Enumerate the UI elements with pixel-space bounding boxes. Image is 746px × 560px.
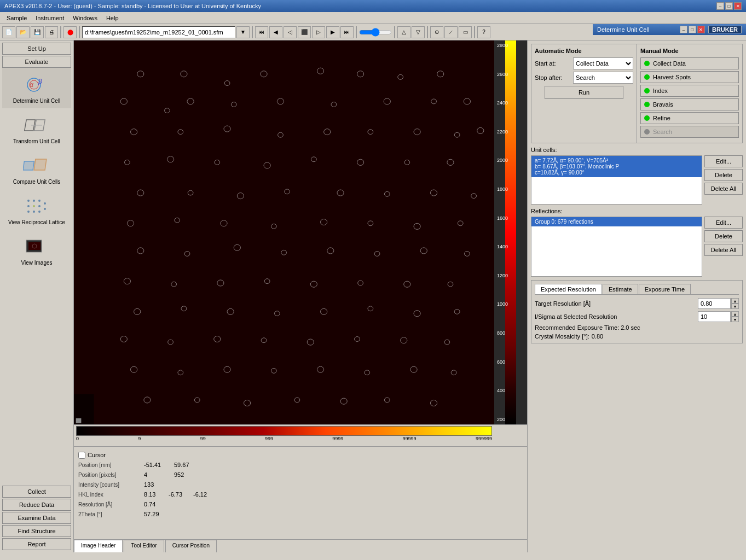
sub-min-btn[interactable]: – — [680, 26, 687, 33]
scale-label-1400: 1400 — [497, 244, 527, 249]
refine-manual-btn[interactable]: Refine — [640, 112, 739, 124]
harvest-spots-manual-btn[interactable]: Harvest Spots — [640, 71, 739, 83]
find-structure-btn[interactable]: Find Structure — [2, 525, 71, 537]
tool-circle[interactable]: ⊙ — [430, 26, 443, 38]
stop-after-select[interactable]: SearchCollect DataHarvest Spots — [573, 72, 633, 84]
filepath-dropdown[interactable]: ▼ — [236, 26, 250, 38]
menu-sample[interactable]: Sample — [2, 14, 31, 22]
sub-window-titlebar: Determine Unit Cell – □ ✕ BRUKER — [593, 24, 746, 35]
tab-estimate[interactable]: Estimate — [603, 284, 638, 294]
reflections-edit-btn[interactable]: Edit... — [704, 217, 743, 229]
sidebar-item-view-reciprocal-lattice[interactable]: View Reciprocal Lattice — [2, 189, 71, 230]
sidebar-item-determine-unit-cell[interactable]: α β Determine Unit Cell — [2, 68, 71, 108]
collect-btn[interactable]: Collect — [2, 486, 71, 498]
svg-point-19 — [44, 208, 46, 210]
minimize-btn[interactable]: – — [716, 2, 724, 10]
zoom-slider[interactable] — [359, 27, 392, 37]
scale-labels: 2800 2600 2400 2200 2000 1800 1600 1400 … — [497, 40, 527, 424]
help-btn[interactable]: ? — [477, 26, 490, 38]
examine-data-btn[interactable]: Examine Data — [2, 512, 71, 524]
auto-mode-title: Automatic Mode — [535, 48, 633, 54]
reflection-item-0[interactable]: Group 0: 679 reflections — [531, 217, 702, 226]
title-text: APEX3 v2018.7-2 - User: (guest) - Sample… — [4, 3, 261, 9]
sub-window-controls: – □ ✕ BRUKER — [680, 26, 742, 33]
svg-point-15 — [27, 211, 30, 213]
zoom-up[interactable]: △ — [397, 26, 410, 38]
harvest-spots-dot — [644, 74, 650, 80]
collect-data-manual-btn[interactable]: Collect Data — [640, 57, 739, 69]
nav-next[interactable]: ▶ — [326, 26, 339, 38]
cursor-checkbox[interactable] — [78, 452, 85, 459]
reflections-listbox[interactable]: Group 0: 679 reflections — [531, 217, 702, 277]
target-res-up-btn[interactable]: ▲ — [731, 298, 739, 304]
zoom-down[interactable]: ▽ — [412, 26, 425, 38]
index-manual-btn[interactable]: Index — [640, 85, 739, 97]
bravais-manual-btn[interactable]: Bravais — [640, 98, 739, 110]
print-btn[interactable]: 🖨 — [45, 26, 58, 38]
tab-expected-resolution[interactable]: Expected Resolution — [535, 284, 602, 294]
nav-prev2[interactable]: ◀ — [269, 26, 282, 38]
target-res-input[interactable] — [698, 298, 731, 309]
menu-bar: Sample Instrument Windows Help — [0, 12, 746, 24]
tick-99: 99 — [200, 436, 206, 441]
tool-rect[interactable]: ▭ — [459, 26, 472, 38]
tab-tool-editor[interactable]: Tool Editor — [124, 540, 164, 552]
save-btn[interactable]: 💾 — [31, 26, 44, 38]
isigma-input[interactable] — [698, 311, 731, 322]
svg-point-13 — [33, 205, 35, 207]
run-button[interactable]: Run — [545, 86, 623, 99]
reduce-data-btn[interactable]: Reduce Data — [2, 499, 71, 511]
harvest-spots-btn-label: Harvest Spots — [653, 74, 691, 80]
nav-end[interactable]: ⏭ — [340, 26, 354, 38]
nav-start[interactable]: ⏮ — [255, 26, 268, 38]
maximize-btn[interactable]: □ — [725, 2, 733, 10]
unit-cells-edit-btn[interactable]: Edit... — [704, 155, 743, 167]
unit-cells-listbox[interactable]: a= 7.72Å, α= 90.00°, V=705Å³ b= 8.67Å, β… — [531, 155, 702, 205]
stop-btn[interactable]: ⬤ — [63, 26, 77, 38]
tab-bar: Image Header Tool Editor Cursor Position — [74, 539, 527, 552]
menu-instrument[interactable]: Instrument — [31, 14, 68, 22]
unit-cell-item-0[interactable]: a= 7.72Å, α= 90.00°, V=705Å³ b= 8.67Å, β… — [531, 156, 702, 177]
sidebar-item-transform-unit-cell[interactable]: Transform Unit Cell — [2, 108, 71, 149]
scale-label-1800: 1800 — [497, 186, 527, 192]
menu-help[interactable]: Help — [102, 14, 123, 22]
tool-line[interactable]: ⟋ — [444, 26, 458, 38]
filepath-input[interactable] — [82, 26, 235, 38]
tab-exposure-time[interactable]: Exposure Time — [639, 284, 691, 294]
collect-data-dot — [644, 61, 650, 66]
open-btn[interactable]: 📂 — [16, 26, 30, 38]
unit-cells-delete-btn[interactable]: Delete — [704, 169, 743, 181]
image-panel[interactable]: 2800 2600 2400 2200 2000 1800 1600 1400 … — [74, 40, 527, 424]
report-btn[interactable]: Report — [2, 538, 71, 550]
isigma-up-btn[interactable]: ▲ — [731, 311, 739, 317]
reflections-delete-all-btn[interactable]: Delete All — [704, 244, 743, 256]
nav-prev[interactable]: ◁ — [284, 26, 297, 38]
recommended-text: Recommended Exposure Time: 2.0 sec — [535, 324, 739, 331]
tab-cursor-position[interactable]: Cursor Position — [165, 540, 217, 552]
reflections-delete-btn[interactable]: Delete — [704, 230, 743, 242]
target-res-down-btn[interactable]: ▼ — [731, 304, 739, 309]
search-manual-btn[interactable]: Search — [640, 126, 739, 138]
tab-image-header[interactable]: Image Header — [74, 540, 123, 552]
unit-cells-delete-all-btn[interactable]: Delete All — [704, 183, 743, 195]
nav-next2[interactable]: ▷ — [312, 26, 325, 38]
sidebar-item-compare-unit-cells[interactable]: Compare Unit Cells — [2, 149, 71, 189]
sub-max-btn[interactable]: □ — [689, 26, 696, 33]
new-btn[interactable]: 📄 — [2, 26, 15, 38]
toolbar-sep6 — [427, 26, 428, 38]
center-area: 2800 2600 2400 2200 2000 1800 1600 1400 … — [74, 40, 527, 552]
compare-unit-cells-icon — [22, 153, 52, 178]
scale-label-800: 800 — [497, 330, 527, 336]
setup-button[interactable]: Set Up — [2, 43, 71, 55]
close-btn[interactable]: ✕ — [734, 2, 742, 10]
isigma-down-btn[interactable]: ▼ — [731, 317, 739, 322]
toolbar-sep3 — [252, 26, 253, 38]
sidebar-item-view-images[interactable]: View Images — [2, 230, 71, 270]
start-at-select[interactable]: Collect DataHarvest SpotsIndex — [573, 57, 633, 69]
unit-cell-line2: b= 8.67Å, β=103.07°, Monoclinic P — [535, 164, 698, 170]
evaluate-button[interactable]: Evaluate — [2, 56, 71, 68]
menu-windows[interactable]: Windows — [68, 14, 102, 22]
sub-close-btn[interactable]: ✕ — [697, 26, 705, 33]
svg-rect-122 — [76, 418, 82, 423]
nav-stop[interactable]: ⬛ — [298, 26, 311, 38]
